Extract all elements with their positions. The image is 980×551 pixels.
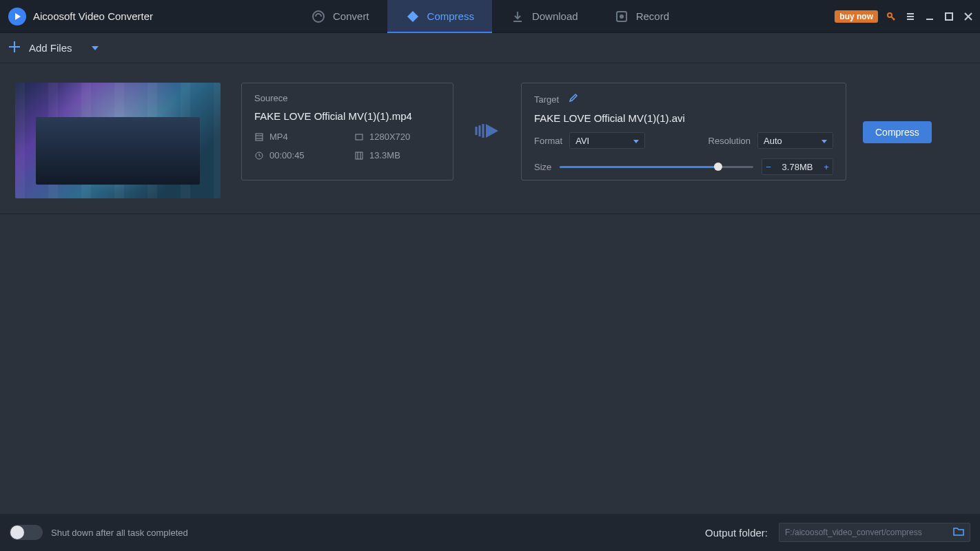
source-duration: 00:00:45	[254, 150, 340, 160]
svg-rect-8	[256, 134, 263, 141]
format-value: AVI	[575, 136, 589, 146]
resolution-label: Resolution	[708, 136, 751, 146]
divider	[0, 214, 980, 214]
film-icon	[254, 132, 264, 142]
source-format: MP4	[254, 132, 340, 142]
chevron-down-icon	[633, 136, 639, 146]
svg-marker-12	[486, 124, 498, 138]
svg-rect-9	[356, 134, 363, 140]
tab-download[interactable]: Download	[492, 0, 596, 33]
app-title: Aicoosoft Video Converter	[33, 10, 153, 22]
clock-icon	[254, 151, 264, 160]
maximize-icon[interactable]	[943, 10, 955, 23]
svg-marker-7	[92, 46, 99, 50]
size-icon	[354, 151, 364, 160]
convert-icon	[311, 9, 326, 24]
tab-record[interactable]: Record	[596, 0, 687, 33]
source-resolution: 1280X720	[354, 132, 440, 142]
title-bar: Aicoosoft Video Converter Convert Compre…	[0, 0, 980, 33]
resolution-icon	[354, 132, 364, 142]
svg-marker-13	[633, 140, 639, 143]
tab-download-label: Download	[532, 10, 578, 22]
size-stepper: − 3.78MB +	[762, 158, 833, 175]
item-row: Sourece FAKE LOVE Official MV(1)(1).mp4 …	[0, 63, 980, 198]
format-label: Format	[534, 136, 562, 146]
slider-thumb[interactable]	[714, 163, 722, 171]
arrow-icon	[467, 123, 507, 139]
size-slider[interactable]	[560, 161, 753, 172]
resolution-select[interactable]: Auto	[757, 132, 833, 149]
key-icon[interactable]	[885, 10, 897, 23]
folder-icon[interactable]	[953, 526, 964, 539]
format-select[interactable]: AVI	[569, 132, 645, 149]
minimize-icon[interactable]	[923, 10, 936, 23]
app-logo-icon	[8, 8, 26, 25]
resolution-value: Auto	[764, 136, 782, 146]
plus-icon	[7, 39, 22, 56]
add-files-label: Add Files	[29, 42, 72, 54]
tab-record-label: Record	[636, 10, 669, 22]
svg-marker-2	[407, 11, 418, 22]
output-path-field[interactable]: F:/aicoosoft_video_convert/compress	[779, 523, 970, 542]
record-icon	[614, 9, 629, 24]
svg-marker-14	[821, 140, 827, 143]
compress-icon	[405, 9, 420, 24]
tab-compress[interactable]: Compress	[387, 0, 492, 33]
svg-point-1	[313, 11, 324, 22]
output-folder-label: Output folder:	[705, 527, 768, 539]
tab-convert[interactable]: Convert	[293, 0, 387, 33]
source-header: Sourece	[254, 93, 440, 103]
tab-convert-label: Convert	[333, 10, 369, 22]
menu-icon[interactable]	[904, 10, 917, 23]
target-card: Target FAKE LOVE Official MV(1)(1).avi F…	[521, 83, 846, 180]
source-card: Sourece FAKE LOVE Official MV(1)(1).mp4 …	[241, 83, 453, 180]
shutdown-toggle[interactable]	[10, 525, 43, 540]
close-icon[interactable]	[962, 10, 974, 23]
source-filename: FAKE LOVE Official MV(1)(1).mp4	[254, 110, 440, 122]
window-controls: buy now	[835, 10, 980, 23]
size-increase-button[interactable]: +	[820, 162, 833, 172]
main-tabs: Convert Compress Download Record	[293, 0, 687, 33]
size-value: 3.78MB	[775, 162, 820, 172]
footer-bar: Shut down after all task completed Outpu…	[0, 514, 980, 551]
source-size: 13.3MB	[354, 150, 440, 160]
download-icon	[510, 9, 525, 24]
toolbar: Add Files	[0, 33, 980, 63]
video-thumbnail[interactable]	[15, 83, 221, 198]
edit-icon[interactable]	[569, 93, 578, 105]
add-files-dropdown[interactable]	[92, 42, 99, 54]
buy-now-button[interactable]: buy now	[835, 10, 878, 23]
compress-button[interactable]: Compress	[863, 121, 932, 143]
toggle-knob	[10, 526, 24, 539]
output-path-value: F:/aicoosoft_video_convert/compress	[785, 528, 922, 537]
add-files-button[interactable]: Add Files	[7, 39, 99, 56]
svg-rect-11	[356, 152, 363, 159]
chevron-down-icon	[821, 136, 827, 146]
size-decrease-button[interactable]: −	[762, 162, 775, 172]
target-filename: FAKE LOVE Official MV(1)(1).avi	[534, 112, 833, 124]
target-header: Target	[534, 94, 559, 105]
svg-rect-6	[946, 13, 952, 20]
shutdown-label: Shut down after all task completed	[51, 528, 188, 538]
tab-compress-label: Compress	[427, 10, 474, 22]
svg-marker-0	[15, 13, 21, 20]
svg-point-4	[620, 14, 624, 19]
size-label: Size	[534, 162, 551, 172]
